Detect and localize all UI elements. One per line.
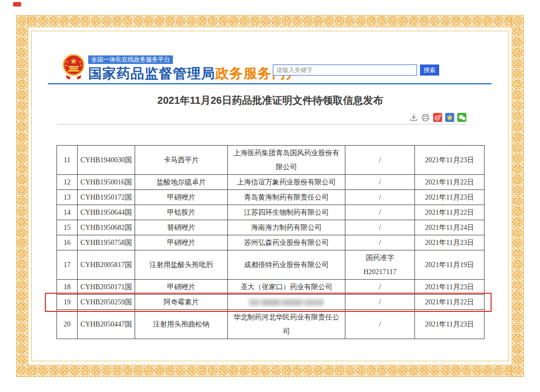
search-input[interactable] — [273, 64, 417, 76]
cell-approval-number: / — [345, 146, 415, 175]
cell-drug-name: 盐酸地尔硫卓片 — [135, 175, 228, 190]
cell-company: 上海医药集团青岛国风药业股份有限公司 — [228, 146, 345, 175]
cell-approval-number: / — [345, 295, 415, 310]
page: 全国一体化在线政务服务平台 国家药品监督管理局政务服务门户 搜索 2021年11… — [0, 0, 540, 392]
cell-row-number: 20 — [57, 310, 78, 339]
cell-acceptance-id: CYHB2050447国 — [78, 310, 135, 339]
cell-approval-number: / — [345, 220, 415, 235]
search-bar: 搜索 — [273, 64, 439, 76]
approval-table: 11 CYHB1940030国 卡马西平片 上海医药集团青岛国风药业股份有限公司… — [56, 145, 485, 339]
cell-drug-name: 阿奇霉素片 — [135, 295, 228, 310]
cell-drug-name: 甲硝唑片 — [135, 280, 228, 295]
table-row: 20 CYHB2050447国 注射用头孢曲松钠 华北制药河北华民药业有限责任公… — [57, 310, 485, 339]
table-row-highlighted: 19 CYHB2050259国 阿奇霉素片 / 2021年11月22日 — [57, 295, 485, 310]
download-icon[interactable] — [409, 113, 418, 122]
cell-acceptance-id: CYHB1950016国 — [78, 175, 135, 190]
qzone-share-icon[interactable] — [445, 113, 454, 122]
decorative-border-left — [16, 15, 28, 377]
cell-approval-number: / — [345, 310, 415, 339]
approval-table-body: 11 CYHB1940030国 卡马西平片 上海医药集团青岛国风药业股份有限公司… — [57, 146, 485, 339]
cell-date: 2021年11月24日 — [415, 220, 485, 235]
table-row: 13 CYHB1950172国 甲硝唑片 青岛黄海制药有限责任公司 / 2021… — [57, 190, 485, 205]
cell-acceptance-id: CYHB2050171国 — [78, 280, 135, 295]
cell-date: 2021年11月22日 — [415, 205, 485, 220]
redacted-company-name — [249, 299, 324, 306]
cell-row-number: 15 — [57, 220, 78, 235]
cell-company: 华北制药河北华民药业有限责任公司 — [228, 310, 345, 339]
cell-drug-name: 甲硝唑片 — [135, 190, 228, 205]
cell-approval-number: / — [345, 175, 415, 190]
print-icon[interactable] — [421, 113, 430, 122]
cell-date: 2021年11月23日 — [415, 280, 485, 295]
cell-date: 2021年11月19日 — [415, 250, 485, 280]
share-toolbar — [409, 113, 466, 122]
table-row: 17 CYHB2005817国 注射用盐酸头孢吡肟 成都倍特药业股份有限公司 国… — [57, 250, 485, 280]
table-row: 16 CYHB1950758国 甲硝唑片 苏州弘森药业股份有限公司 / 2021… — [57, 235, 485, 250]
decorative-border-bottom — [16, 365, 524, 377]
cell-acceptance-id: CYHB1950644国 — [78, 205, 135, 220]
cell-company: 江苏四环生物制药有限公司 — [228, 205, 345, 220]
cell-date: 2021年11月23日 — [415, 235, 485, 250]
cell-drug-name: 甲钴胺片 — [135, 205, 228, 220]
cell-acceptance-id: CYHB2005817国 — [78, 250, 135, 280]
cell-company: 圣大（张家口）药业有限公司 — [228, 280, 345, 295]
platform-badge: 全国一体化在线政务服务平台 — [88, 55, 173, 64]
cell-approval-number: / — [345, 190, 415, 205]
cell-row-number: 18 — [57, 280, 78, 295]
site-title: 国家药品监督管理局政务服务门户 — [88, 64, 300, 83]
cell-row-number: 13 — [57, 190, 78, 205]
table-row: 18 CYHB2050171国 甲硝唑片 圣大（张家口）药业有限公司 / 202… — [57, 280, 485, 295]
cell-approval-number: / — [345, 235, 415, 250]
site-title-primary: 国家药品监督管理局 — [88, 66, 215, 81]
cell-company: 苏州弘森药业股份有限公司 — [228, 235, 345, 250]
cell-drug-name: 替硝唑片 — [135, 220, 228, 235]
cell-company — [228, 295, 345, 310]
cell-acceptance-id: CYHB1950172国 — [78, 190, 135, 205]
site-header: 全国一体化在线政务服务平台 国家药品监督管理局政务服务门户 搜索 — [56, 52, 484, 82]
cell-company: 海南海力制药有限公司 — [228, 220, 345, 235]
cell-row-number: 16 — [57, 235, 78, 250]
cell-acceptance-id: CYHB1940030国 — [78, 146, 135, 175]
cell-row-number: 12 — [57, 175, 78, 190]
cell-drug-name: 注射用头孢曲松钠 — [135, 310, 228, 339]
cell-acceptance-id: CYHB1950682国 — [78, 220, 135, 235]
decorative-border-top — [16, 15, 524, 27]
wechat-share-icon[interactable] — [457, 113, 466, 122]
cell-date: 2021年11月23日 — [415, 310, 485, 339]
cell-row-number: 19 — [57, 295, 78, 310]
cell-date: 2021年11月23日 — [415, 146, 485, 175]
weibo-share-icon[interactable] — [433, 113, 442, 122]
cell-date: 2021年11月23日 — [415, 190, 485, 205]
national-emblem-logo — [62, 53, 85, 80]
search-button[interactable]: 搜索 — [420, 64, 439, 76]
cell-company: 上海信谊万象药业股份有限公司 — [228, 175, 345, 190]
toolbar-divider — [56, 124, 466, 124]
decorative-border-right — [512, 15, 524, 377]
cell-approval-number: 国药准字H20217117 — [345, 250, 415, 280]
table-row: 12 CYHB1950016国 盐酸地尔硫卓片 上海信谊万象药业股份有限公司 /… — [57, 175, 485, 190]
cell-drug-name: 甲硝唑片 — [135, 235, 228, 250]
cell-company: 成都倍特药业股份有限公司 — [228, 250, 345, 280]
cell-row-number: 17 — [57, 250, 78, 280]
corner-red-mark — [13, 2, 21, 7]
cell-approval-number: / — [345, 205, 415, 220]
page-title: 2021年11月26日药品批准证明文件待领取信息发布 — [56, 94, 484, 107]
cell-row-number: 11 — [57, 146, 78, 175]
table-row: 15 CYHB1950682国 替硝唑片 海南海力制药有限公司 / 2021年1… — [57, 220, 485, 235]
header-divider — [48, 83, 492, 85]
cell-date: 2021年11月22日 — [415, 295, 485, 310]
table-row: 11 CYHB1940030国 卡马西平片 上海医药集团青岛国风药业股份有限公司… — [57, 146, 485, 175]
cell-row-number: 14 — [57, 205, 78, 220]
table-row: 14 CYHB1950644国 甲钴胺片 江苏四环生物制药有限公司 / 2021… — [57, 205, 485, 220]
cell-acceptance-id: CYHB1950758国 — [78, 235, 135, 250]
cell-drug-name: 注射用盐酸头孢吡肟 — [135, 250, 228, 280]
cell-drug-name: 卡马西平片 — [135, 146, 228, 175]
cell-acceptance-id: CYHB2050259国 — [78, 295, 135, 310]
cell-company: 青岛黄海制药有限责任公司 — [228, 190, 345, 205]
cell-date: 2021年11月22日 — [415, 175, 485, 190]
cell-approval-number: / — [345, 280, 415, 295]
